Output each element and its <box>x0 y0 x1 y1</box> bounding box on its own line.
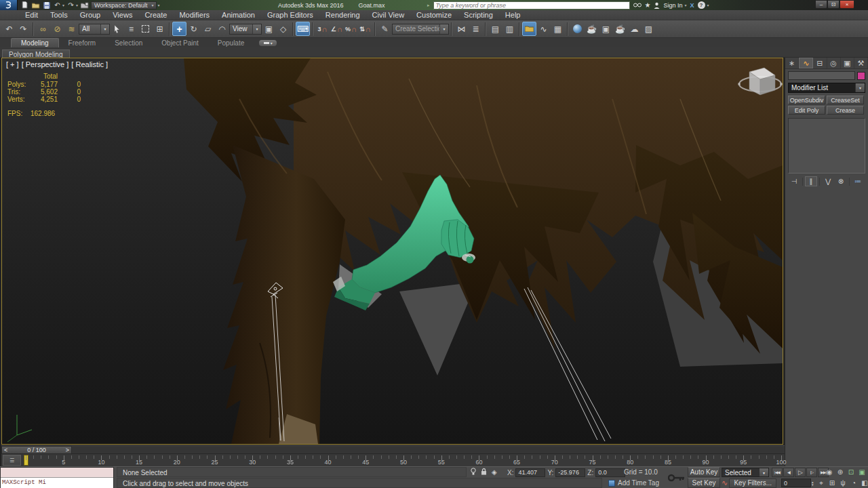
render-production-icon[interactable]: ☕ <box>613 22 627 36</box>
redo-scene-icon[interactable]: ↷ <box>16 22 31 36</box>
sign-in-dropdown-icon[interactable]: ▾ <box>685 3 687 7</box>
new-scene-icon[interactable] <box>20 1 29 9</box>
maxscript-mini-listener[interactable]: MAXScript Mi <box>0 467 114 488</box>
new-key-settings-icon[interactable]: ∿ <box>722 479 728 487</box>
zoom-region-icon[interactable]: ⌖ <box>816 479 826 487</box>
pan-icon[interactable]: ψ <box>838 479 848 487</box>
absolute-offset-mode-toggle-icon[interactable]: ◈ <box>492 468 497 476</box>
ribbon-display-toggle[interactable]: ▾ <box>259 40 277 46</box>
application-menu-button[interactable] <box>0 0 18 10</box>
maxscript-macro-recorder-row[interactable] <box>1 468 113 478</box>
tab-motion-icon[interactable]: ◎ <box>827 58 841 68</box>
modifier-preset-button[interactable]: CreaseSet <box>827 96 864 104</box>
selection-filter-select[interactable]: All ▾ <box>79 24 110 35</box>
tab-create-icon[interactable]: ∗ <box>785 58 799 68</box>
play-animation-icon[interactable]: ▷ <box>795 468 806 477</box>
select-and-move-icon[interactable]: + <box>172 22 186 36</box>
maxscript-listener-row[interactable]: MAXScript Mi <box>1 478 113 488</box>
viewport-general-menu[interactable]: [ + ] <box>6 60 19 68</box>
tab-display-icon[interactable]: ▣ <box>841 58 854 68</box>
maximize-viewport-toggle-icon[interactable]: ◧ <box>860 479 868 487</box>
open-mini-curve-editor-icon[interactable]: ☰ <box>3 455 21 466</box>
close-button[interactable]: × <box>840 0 854 9</box>
select-by-name-icon[interactable]: ≡ <box>124 22 138 36</box>
material-editor-icon[interactable] <box>570 22 585 36</box>
show-end-result-icon[interactable]: ∥ <box>805 176 817 186</box>
sign-in-label[interactable]: Sign In <box>663 2 682 9</box>
workspace-selector[interactable]: Workspace: Default▾ <box>91 1 157 9</box>
tab-utilities-icon[interactable]: ⚒ <box>854 58 868 68</box>
ribbon-tab[interactable]: Selection <box>105 39 152 47</box>
window-crossing-icon[interactable]: ⊞ <box>153 22 167 36</box>
sign-in-user-icon[interactable] <box>654 2 660 9</box>
z-coordinate-field[interactable] <box>595 468 625 477</box>
zoom-extents-all-icon[interactable]: ▣ <box>857 468 867 476</box>
select-and-scale-icon[interactable]: ▱ <box>201 22 215 36</box>
key-mode-toggle-icon[interactable]: ◉ <box>825 468 834 476</box>
isolate-selection-icon[interactable] <box>471 468 476 476</box>
select-and-rotate-icon[interactable]: ↻ <box>186 22 201 36</box>
rendered-frame-window-icon[interactable]: ▣ <box>599 22 613 36</box>
modifier-preset-button[interactable]: OpenSubdiv <box>788 96 825 104</box>
select-object-icon[interactable] <box>110 22 124 36</box>
named-selection-sets-select[interactable]: Create Selection Se ▾ <box>392 24 449 35</box>
key-mode-select[interactable]: Selected ▾ <box>722 468 769 477</box>
menu-item[interactable]: Civil View <box>366 10 410 20</box>
unlink-selection-icon[interactable]: ⊘ <box>50 22 64 36</box>
add-time-tag[interactable]: Add Time Tag <box>608 478 659 488</box>
search-input[interactable] <box>433 1 630 9</box>
save-file-icon[interactable] <box>42 1 51 9</box>
render-in-cloud-icon[interactable]: ☁ <box>627 22 642 36</box>
menu-item[interactable]: Views <box>106 10 138 20</box>
toggle-layer-explorer-icon[interactable]: ▤ <box>488 22 502 36</box>
tab-modify-icon[interactable]: ∿ <box>799 58 813 68</box>
next-frame-arrow-icon[interactable]: > <box>66 447 69 453</box>
menu-item[interactable]: Tools <box>44 10 74 20</box>
set-keys-button[interactable] <box>667 467 686 488</box>
orbit-icon[interactable]: ◔ <box>849 479 859 487</box>
next-frame-icon[interactable]: |▷ <box>806 468 817 477</box>
selection-lock-toggle-icon[interactable] <box>481 468 487 476</box>
modifier-stack-list[interactable] <box>788 118 865 174</box>
toolbar-options-icon[interactable]: ▾ <box>157 3 159 7</box>
ribbon-tab[interactable]: Modeling <box>11 38 59 47</box>
ribbon-tab[interactable]: Populate <box>208 39 254 47</box>
key-filters-button[interactable]: Key Filters... <box>729 479 776 488</box>
project-folder-icon[interactable] <box>80 1 89 9</box>
menu-item[interactable]: Edit <box>19 10 44 20</box>
undo-icon[interactable]: ↶ <box>53 1 62 9</box>
previous-frame-icon[interactable]: ◀| <box>783 468 794 477</box>
search-icon[interactable] <box>633 2 642 8</box>
percent-snap-toggle-icon[interactable]: %∩ <box>344 22 358 36</box>
restore-button[interactable]: ⊡ <box>827 0 840 9</box>
previous-frame-arrow-icon[interactable]: < <box>4 447 7 453</box>
minimize-button[interactable]: – <box>815 0 827 9</box>
mirror-icon[interactable]: ⋈ <box>454 22 469 36</box>
menu-item[interactable]: Scripting <box>458 10 499 20</box>
zoom-all-icon[interactable]: ⊞ <box>827 479 837 487</box>
go-to-start-icon[interactable]: |◀◀ <box>772 468 783 477</box>
zoom-extents-selected-icon[interactable]: ⊡ <box>846 468 856 476</box>
redo-dropdown-icon[interactable]: ▾ <box>76 3 78 7</box>
track-bar[interactable]: ☰ 51015202530354045505560657075808590951… <box>1 453 785 466</box>
help-dropdown-icon[interactable]: ▾ <box>707 3 709 7</box>
angle-snap-toggle-icon[interactable]: ∠∩ <box>330 22 344 36</box>
keyboard-shortcut-override-icon[interactable]: ⌨ <box>296 22 310 36</box>
viewport-pov-menu[interactable]: [ Perspective ] <box>22 60 69 68</box>
toggle-scene-explorer-icon[interactable] <box>522 22 536 36</box>
select-and-link-icon[interactable]: ∞ <box>36 22 50 36</box>
asset-gallery-icon[interactable]: ▨ <box>642 22 656 36</box>
rectangular-selection-region-icon[interactable] <box>138 22 153 36</box>
menu-item[interactable]: Modifiers <box>173 10 216 20</box>
set-key-button[interactable]: Set Key <box>688 478 720 488</box>
menu-item[interactable]: Customize <box>410 10 458 20</box>
viewport-shading-menu[interactable]: [ Realistic ] <box>71 60 108 68</box>
open-file-icon[interactable] <box>31 1 40 9</box>
tab-hierarchy-icon[interactable]: ⊟ <box>813 58 827 68</box>
object-color-swatch[interactable] <box>857 72 865 80</box>
menu-item[interactable]: Group <box>74 10 107 20</box>
remove-modifier-icon[interactable]: ⊗ <box>835 176 847 186</box>
use-pivot-point-center-icon[interactable]: ▣ <box>262 22 276 36</box>
y-coordinate-field[interactable] <box>555 468 585 477</box>
menu-item[interactable]: Help <box>499 10 527 20</box>
